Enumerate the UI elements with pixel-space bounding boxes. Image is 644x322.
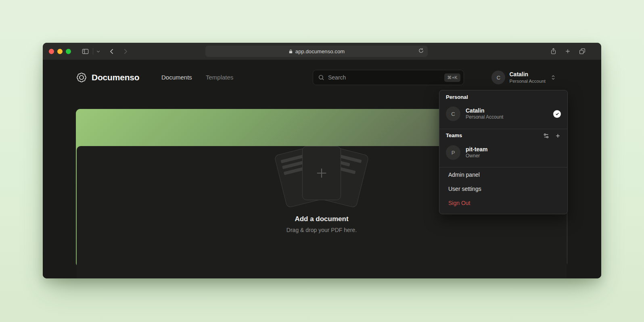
menu-team-subtitle: Owner: [466, 153, 487, 159]
zoom-button[interactable]: [66, 49, 71, 54]
brand-name: Documenso: [92, 73, 139, 82]
browser-toolbar: app.documenso.com: [43, 43, 601, 60]
manage-teams-icon[interactable]: [543, 133, 549, 139]
traffic-lights: [49, 49, 71, 54]
desktop-background: app.documenso.com: [0, 0, 644, 322]
account-menu-button[interactable]: C Catalin Personal Account: [491, 70, 556, 85]
menu-section-teams-row: Teams: [446, 132, 561, 139]
tab-overview-button[interactable]: [579, 48, 586, 55]
menu-section-teams: Teams: [446, 132, 462, 139]
address-bar[interactable]: app.documenso.com: [205, 46, 428, 57]
sidebar-toggle-button[interactable]: [82, 48, 89, 55]
avatar: P: [446, 145, 460, 160]
document-card-center: [302, 146, 341, 200]
chevrons-up-down-icon: [550, 75, 556, 80]
chevron-down-icon[interactable]: [96, 49, 100, 54]
nav-templates[interactable]: Templates: [206, 69, 233, 86]
back-button[interactable]: [109, 48, 115, 55]
menu-team-name: pit-team: [466, 146, 487, 153]
share-button[interactable]: [550, 48, 557, 55]
search-icon: [318, 74, 324, 81]
account-subtitle: Personal Account: [509, 78, 546, 84]
plus-icon: [314, 166, 329, 180]
toolbar-right-actions: [550, 43, 586, 60]
avatar: C: [446, 107, 460, 121]
menu-item-user-settings[interactable]: User settings: [439, 182, 567, 196]
menu-account-subtitle: Personal Account: [466, 114, 503, 121]
menu-divider: [439, 167, 567, 167]
account-name: Catalin: [509, 71, 546, 78]
document-stack-illustration: [261, 146, 382, 207]
reload-button[interactable]: [418, 48, 424, 54]
new-tab-button[interactable]: [565, 48, 571, 54]
account-dropdown-menu: Personal C Catalin Personal Account Team…: [439, 90, 568, 214]
add-team-icon[interactable]: [555, 133, 561, 139]
app-header: Documenso Documents Templates Search ⌘+K…: [76, 69, 567, 86]
menu-item-sign-out[interactable]: Sign Out: [439, 196, 567, 210]
forward-button[interactable]: [122, 48, 129, 55]
documenso-logo-icon: [76, 72, 87, 83]
check-circle-icon: [553, 110, 561, 118]
dropzone-title: Add a document: [77, 215, 567, 223]
nav-documents[interactable]: Documents: [161, 69, 192, 86]
browser-window: app.documenso.com: [43, 43, 601, 278]
menu-divider: [439, 129, 567, 129]
search-placeholder: Search: [328, 74, 346, 81]
menu-account-name: Catalin: [466, 107, 503, 114]
search-shortcut-badge: ⌘+K: [444, 73, 460, 82]
menu-item-admin-panel[interactable]: Admin panel: [439, 168, 567, 182]
url-text: app.documenso.com: [295, 48, 345, 54]
menu-item-team[interactable]: P pit-team Owner: [446, 144, 561, 161]
close-button[interactable]: [49, 49, 54, 54]
menu-item-personal-account[interactable]: C Catalin Personal Account: [446, 105, 561, 123]
menu-section-personal: Personal: [446, 94, 561, 101]
dropzone-subtitle: Drag & drop your PDF here.: [77, 227, 567, 233]
avatar: C: [491, 71, 505, 84]
brand-logo-link[interactable]: Documenso: [76, 69, 139, 86]
toolbar-divider: [93, 48, 93, 54]
search-input[interactable]: Search ⌘+K: [313, 70, 464, 85]
lock-icon: [289, 49, 293, 54]
minimize-button[interactable]: [57, 49, 63, 54]
